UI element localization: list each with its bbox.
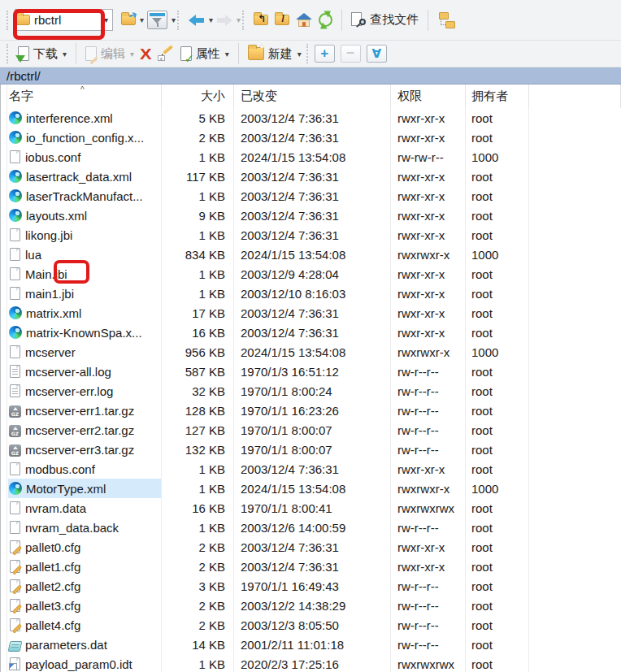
new-dropdown[interactable]: ▾ bbox=[297, 50, 302, 59]
file-size: 587 KB bbox=[162, 362, 234, 381]
new-button[interactable]: 新建 ▾ bbox=[245, 45, 305, 63]
file-row[interactable]: main1.jbi1 KB2003/12/10 8:16:03rwxr-xr-x… bbox=[1, 284, 621, 303]
back-button[interactable] bbox=[185, 13, 208, 28]
file-name-cell[interactable]: io_function_config.x... bbox=[1, 128, 162, 147]
file-name-cell[interactable]: interference.xml bbox=[1, 108, 162, 128]
file-row[interactable]: pallet1.cfg2 KB2003/12/4 7:36:31rwxr-xr-… bbox=[1, 557, 621, 576]
add-bookmark-button[interactable]: + bbox=[315, 45, 335, 63]
column-header-changed[interactable]: 已改变 bbox=[234, 85, 391, 108]
forward-dropdown[interactable]: ▾ bbox=[237, 15, 241, 24]
file-name-cell[interactable]: payload_param0.idt bbox=[1, 654, 162, 672]
file-name-cell[interactable]: modbus.conf bbox=[1, 459, 162, 479]
file-name-cell[interactable]: mcserver bbox=[1, 342, 162, 362]
file-row[interactable]: interference.xml5 KB2003/12/4 7:36:31rwx… bbox=[1, 108, 621, 128]
file-row[interactable]: mcserver-err1.tar.gz128 KB1970/1/1 16:23… bbox=[1, 401, 621, 420]
forward-button[interactable] bbox=[213, 13, 236, 28]
file-name-cell[interactable]: lua bbox=[1, 245, 162, 264]
address-combo[interactable]: rbctrl ▾ bbox=[15, 9, 113, 31]
file-name-cell[interactable]: pallet0.cfg bbox=[1, 537, 162, 557]
remove-bookmark-button[interactable]: − bbox=[341, 45, 361, 63]
file-row[interactable]: matrix.xml17 KB2003/12/4 7:36:31rwxr-xr-… bbox=[1, 303, 621, 323]
file-name-cell[interactable]: parameters.dat bbox=[1, 635, 162, 654]
selection-filter-button[interactable]: ∀ bbox=[367, 45, 387, 63]
file-name-cell[interactable]: likong.jbi bbox=[1, 225, 162, 245]
file-name-cell[interactable]: Main.jbi bbox=[1, 264, 162, 284]
column-header-size[interactable]: 大小 bbox=[162, 85, 234, 108]
chevron-down-icon[interactable]: ▾ bbox=[100, 15, 112, 24]
file-row[interactable]: lua834 KB2024/1/15 13:54:08rwxrwxr-x1000 bbox=[1, 245, 621, 264]
file-name-cell[interactable]: pallet2.cfg bbox=[1, 576, 162, 596]
file-row[interactable]: MotorType.xml1 KB2024/1/15 13:54:08rwxrw… bbox=[1, 479, 621, 498]
file-row[interactable]: likong.jbi1 KB2003/12/4 7:36:31rwxr-xr-x… bbox=[1, 225, 621, 245]
file-row[interactable]: mcserver-all.log587 KB1970/1/3 16:51:12r… bbox=[1, 362, 621, 381]
file-row[interactable]: pallet2.cfg3 KB1970/1/1 16:49:43rw-r--r-… bbox=[1, 576, 621, 596]
file-name-cell[interactable]: matrix.xml bbox=[1, 303, 162, 323]
filter-button[interactable] bbox=[144, 9, 171, 31]
file-name-cell[interactable]: pallet3.cfg bbox=[1, 596, 162, 615]
synchronize-browsing-button[interactable] bbox=[434, 11, 458, 30]
file-name-cell[interactable]: pallet4.cfg bbox=[1, 615, 162, 635]
toolbar-grip[interactable] bbox=[7, 11, 10, 30]
toolbar-grip[interactable] bbox=[306, 44, 310, 63]
edit-dropdown[interactable]: ▾ bbox=[130, 50, 134, 59]
file-name-cell[interactable]: nvram.data bbox=[1, 498, 162, 518]
file-row[interactable]: parameters.dat14 KB2001/2/11 11:01:18rw-… bbox=[1, 635, 621, 654]
file-name-cell[interactable]: MotorType.xml bbox=[1, 479, 162, 498]
sort-ascending-icon: ^ bbox=[80, 85, 85, 94]
file-row[interactable]: matrix-KnownSpa.x...16 KB2003/12/4 7:36:… bbox=[1, 323, 621, 342]
file-name-cell[interactable]: mcserver-err.log bbox=[1, 381, 162, 401]
delete-button[interactable]: X bbox=[137, 45, 154, 63]
file-changed: 2003/12/4 7:36:31 bbox=[234, 108, 391, 128]
file-row[interactable]: laserTrackManufact...1 KB2003/12/4 7:36:… bbox=[1, 186, 621, 206]
file-row[interactable]: payload_param0.idt1 KB2020/2/3 17:25:16r… bbox=[1, 654, 621, 672]
file-row[interactable]: lasertrack_data.xml117 KB2003/12/4 7:36:… bbox=[1, 167, 621, 186]
file-row[interactable]: mcserver956 KB2024/1/15 13:54:08rwxrwxr-… bbox=[1, 342, 621, 362]
file-name-cell[interactable]: pallet1.cfg bbox=[1, 557, 162, 576]
file-name-cell[interactable]: lasertrack_data.xml bbox=[1, 167, 162, 186]
current-path-bar[interactable]: /rbctrl/ bbox=[0, 67, 621, 85]
file-row[interactable]: nvram.data16 KB1970/1/1 8:00:41rwxrwxrwx… bbox=[1, 498, 621, 518]
toolbar-grip[interactable] bbox=[7, 44, 10, 63]
file-name-cell[interactable]: mcserver-err3.tar.gz bbox=[1, 440, 162, 459]
remote-file-panel: 名字 大小 已改变 权限 拥有者 ^ interference.xml5 KB2… bbox=[0, 85, 621, 672]
toolbar-grip[interactable] bbox=[242, 11, 245, 30]
file-name-cell[interactable]: nvram_data.back bbox=[1, 518, 162, 537]
file-row[interactable]: layouts.xml9 KB2003/12/4 7:36:31rwxr-xr-… bbox=[1, 206, 621, 225]
toolbar-grip[interactable] bbox=[177, 11, 180, 30]
root-directory-button[interactable]: / bbox=[271, 13, 293, 27]
file-name-cell[interactable]: mcserver-err1.tar.gz bbox=[1, 401, 162, 420]
file-row[interactable]: pallet3.cfg2 KB2003/12/2 14:38:29rw-r--r… bbox=[1, 596, 621, 615]
file-row[interactable]: io_function_config.x...2 KB2003/12/4 7:3… bbox=[1, 128, 621, 147]
download-dropdown[interactable]: ▾ bbox=[63, 50, 67, 59]
file-name-cell[interactable]: mcserver-all.log bbox=[1, 362, 162, 381]
find-files-button[interactable]: 查找文件 bbox=[348, 11, 422, 30]
file-row[interactable]: iobus.conf1 KB2024/1/15 13:54:08rw-rw-r-… bbox=[1, 147, 621, 167]
file-row[interactable]: modbus.conf1 KB2003/12/4 7:36:31rwxr-xr-… bbox=[1, 459, 621, 479]
file-name: nvram.data bbox=[25, 501, 86, 515]
file-name-cell[interactable]: matrix-KnownSpa.x... bbox=[1, 323, 162, 342]
file-row[interactable]: mcserver-err3.tar.gz132 KB1970/1/1 8:00:… bbox=[1, 440, 621, 459]
file-row[interactable]: pallet0.cfg2 KB2003/12/4 7:36:31rwxr-xr-… bbox=[1, 537, 621, 557]
parent-directory-button[interactable]: ↰ bbox=[250, 13, 271, 27]
file-name-cell[interactable]: layouts.xml bbox=[1, 206, 162, 225]
column-header-rights[interactable]: 权限 bbox=[391, 85, 466, 108]
home-directory-button[interactable] bbox=[293, 11, 315, 28]
properties-button[interactable]: ✓ 属性 ▾ bbox=[177, 45, 232, 63]
file-name-cell[interactable]: iobus.conf bbox=[1, 147, 162, 167]
edit-button[interactable]: 编辑 ▾ bbox=[82, 45, 137, 63]
file-row[interactable]: mcserver-err.log32 KB1970/1/1 8:00:24rw-… bbox=[1, 381, 621, 401]
refresh-button[interactable] bbox=[315, 11, 336, 28]
rename-button[interactable]: x bbox=[154, 45, 177, 63]
open-directory-button[interactable]: ➔ bbox=[118, 13, 139, 27]
filter-dropdown[interactable]: ▾ bbox=[172, 15, 176, 24]
properties-dropdown[interactable]: ▾ bbox=[225, 50, 229, 59]
file-name-cell[interactable]: laserTrackManufact... bbox=[1, 186, 162, 206]
column-header-owner[interactable]: 拥有者 bbox=[466, 85, 529, 108]
file-name-cell[interactable]: main1.jbi bbox=[1, 284, 162, 303]
download-button[interactable]: 下载 ▾ bbox=[15, 45, 70, 63]
file-row[interactable]: nvram_data.back1 KB2003/12/6 14:00:59rw-… bbox=[1, 518, 621, 537]
file-row[interactable]: pallet4.cfg2 KB2003/12/3 8:05:50rw-r--r-… bbox=[1, 615, 621, 635]
file-name-cell[interactable]: mcserver-err2.tar.gz bbox=[1, 420, 162, 440]
file-row[interactable]: Main.jbi1 KB2003/12/9 4:28:04rwxr-xr-xro… bbox=[1, 264, 621, 284]
file-row[interactable]: mcserver-err2.tar.gz127 KB1970/1/1 8:00:… bbox=[1, 420, 621, 440]
